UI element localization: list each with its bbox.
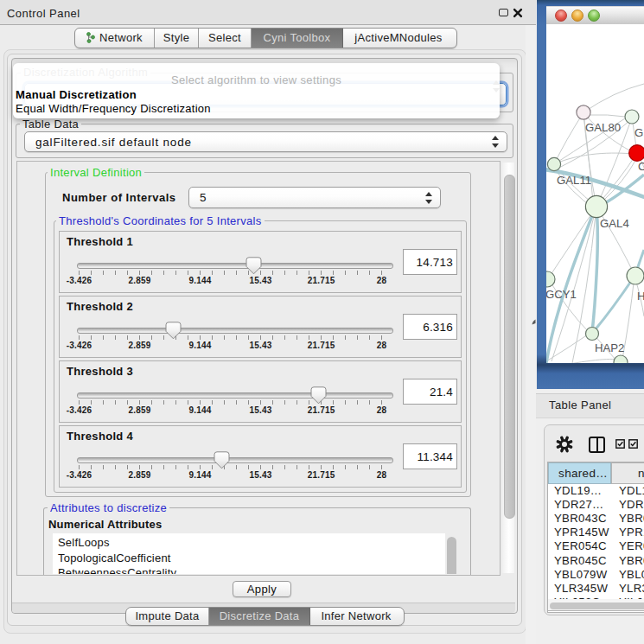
svg-text:GAL80: GAL80	[585, 121, 621, 134]
svg-text:C: C	[638, 160, 644, 173]
svg-text:HAP2: HAP2	[595, 341, 624, 354]
svg-text:GAL11: GAL11	[557, 174, 591, 187]
svg-text:H: H	[637, 290, 644, 303]
svg-text:GAL4: GAL4	[600, 217, 629, 230]
svg-text:GCY1: GCY1	[546, 288, 577, 301]
svg-text:G.: G.	[634, 126, 644, 139]
